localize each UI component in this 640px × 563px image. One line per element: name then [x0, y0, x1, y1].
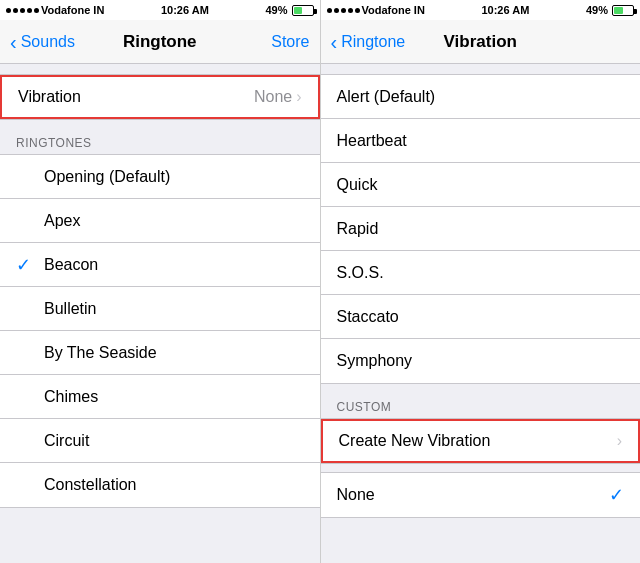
back-label-vibration: Ringtone: [341, 33, 405, 51]
list-item[interactable]: ✓ Beacon: [0, 243, 320, 287]
list-item[interactable]: Heartbeat: [321, 119, 641, 163]
status-bar-left: Vodafone IN 10:26 AM 49%: [0, 0, 320, 20]
vibration-alert: Alert (Default): [337, 88, 625, 106]
vibration-staccato: Staccato: [337, 308, 625, 326]
custom-section: CUSTOM Create New Vibration ›: [321, 392, 641, 464]
ringtone-circuit: Circuit: [44, 432, 304, 450]
list-item[interactable]: Opening (Default): [0, 155, 320, 199]
nav-bar-ringtone: ‹ Sounds Ringtone Store: [0, 20, 320, 64]
none-list: None ✓: [321, 472, 641, 518]
back-label: Sounds: [21, 33, 75, 51]
ringtone-scroll[interactable]: Vibration None › RINGTONES Opening (Defa…: [0, 64, 320, 563]
none-row[interactable]: None ✓: [321, 473, 641, 517]
vibration-quick: Quick: [337, 176, 625, 194]
back-button[interactable]: ‹ Sounds: [10, 32, 75, 52]
ringtone-beacon: Beacon: [44, 256, 304, 274]
vibration-heartbeat: Heartbeat: [337, 132, 625, 150]
vibration-symphony: Symphony: [337, 352, 625, 370]
create-new-vibration-row[interactable]: Create New Vibration ›: [321, 419, 641, 463]
custom-header: CUSTOM: [321, 392, 641, 418]
vibration-row[interactable]: Vibration None ›: [0, 75, 320, 119]
carrier-label-right: Vodafone IN: [362, 4, 425, 16]
chevron-right-create-icon: ›: [617, 432, 622, 450]
list-item[interactable]: Alert (Default): [321, 75, 641, 119]
vibration-list: Alert (Default) Heartbeat Quick Rapid S.…: [321, 74, 641, 384]
time-label: 10:26 AM: [161, 4, 209, 16]
none-checkmark-icon: ✓: [609, 484, 624, 506]
vibration-label: Vibration: [18, 88, 254, 106]
create-new-vibration-label: Create New Vibration: [339, 432, 617, 450]
chevron-back-icon-right: ‹: [331, 32, 338, 52]
checkmark-icon: ✓: [16, 254, 36, 276]
ringtone-opening: Opening (Default): [44, 168, 304, 186]
list-item[interactable]: Rapid: [321, 207, 641, 251]
status-bar-right: Vodafone IN 10:26 AM 49%: [321, 0, 641, 20]
carrier-label: Vodafone IN: [41, 4, 104, 16]
panel-ringtone: Vodafone IN 10:26 AM 49% ‹ Sounds Ringto…: [0, 0, 320, 563]
ringtone-chimes: Chimes: [44, 388, 304, 406]
ringtone-bulletin: Bulletin: [44, 300, 304, 318]
list-item[interactable]: Symphony: [321, 339, 641, 383]
ringtones-header: RINGTONES: [0, 128, 320, 154]
list-item[interactable]: Quick: [321, 163, 641, 207]
list-item[interactable]: S.O.S.: [321, 251, 641, 295]
custom-list: Create New Vibration ›: [321, 418, 641, 464]
list-item[interactable]: Apex: [0, 199, 320, 243]
signal-icon: [6, 8, 39, 13]
battery-icon: [292, 5, 314, 16]
nav-title: Ringtone: [123, 32, 197, 52]
ringtone-apex: Apex: [44, 212, 304, 230]
list-item[interactable]: Constellation: [0, 463, 320, 507]
list-item[interactable]: Chimes: [0, 375, 320, 419]
battery-icon-right: [612, 5, 634, 16]
vibration-sos: S.O.S.: [337, 264, 625, 282]
list-item[interactable]: Circuit: [0, 419, 320, 463]
ringtones-list: Opening (Default) Apex ✓ Beacon Bulletin…: [0, 154, 320, 508]
store-button[interactable]: Store: [271, 33, 309, 51]
list-item[interactable]: Staccato: [321, 295, 641, 339]
battery-percent-right: 49%: [586, 4, 608, 16]
ringtone-by-the-seaside: By The Seaside: [44, 344, 304, 362]
nav-bar-vibration: ‹ Ringtone Vibration: [321, 20, 641, 64]
none-label: None: [337, 486, 610, 504]
ringtone-constellation: Constellation: [44, 476, 304, 494]
time-label-right: 10:26 AM: [481, 4, 529, 16]
list-item[interactable]: By The Seaside: [0, 331, 320, 375]
chevron-right-icon: ›: [296, 88, 301, 106]
battery-percent: 49%: [265, 4, 287, 16]
list-item[interactable]: Bulletin: [0, 287, 320, 331]
vibration-value: None: [254, 88, 292, 106]
chevron-back-icon: ‹: [10, 32, 17, 52]
back-button-vibration[interactable]: ‹ Ringtone: [331, 32, 406, 52]
ringtones-section: RINGTONES Opening (Default) Apex ✓ Beaco…: [0, 128, 320, 508]
panel-vibration: Vodafone IN 10:26 AM 49% ‹ Ringtone Vibr…: [321, 0, 641, 563]
signal-icon-right: [327, 8, 360, 13]
vibration-rapid: Rapid: [337, 220, 625, 238]
nav-title-vibration: Vibration: [444, 32, 517, 52]
vibration-scroll[interactable]: Alert (Default) Heartbeat Quick Rapid S.…: [321, 64, 641, 563]
